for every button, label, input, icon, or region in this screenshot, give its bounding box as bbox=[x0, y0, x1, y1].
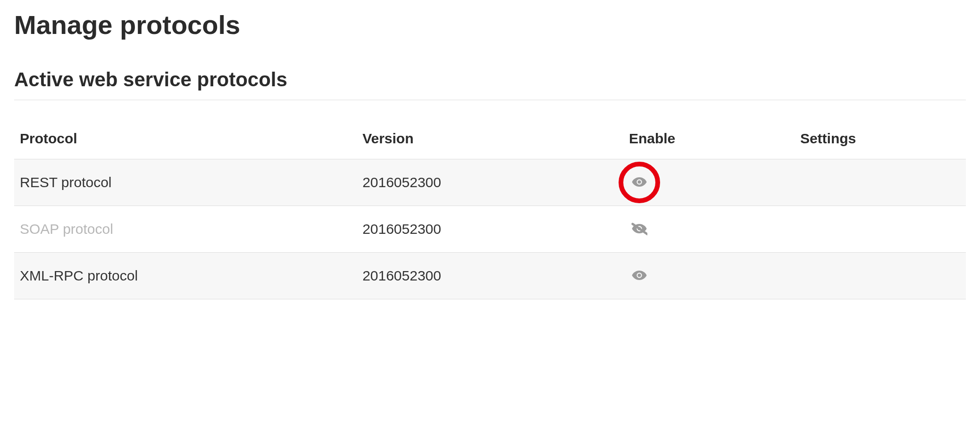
section-title: Active web service protocols bbox=[14, 68, 966, 91]
eye-icon bbox=[631, 267, 647, 283]
table-row: XML-RPC protocol 2016052300 bbox=[14, 253, 966, 299]
protocol-version: 2016052300 bbox=[357, 253, 623, 299]
protocol-version: 2016052300 bbox=[357, 206, 623, 253]
enable-toggle[interactable] bbox=[629, 172, 650, 192]
enable-toggle[interactable] bbox=[629, 218, 650, 239]
table-row: REST protocol 2016052300 bbox=[14, 159, 966, 206]
protocol-name: REST protocol bbox=[14, 159, 357, 206]
enable-toggle[interactable] bbox=[629, 265, 650, 286]
table-header-row: Protocol Version Enable Settings bbox=[14, 124, 966, 159]
protocols-table: Protocol Version Enable Settings REST pr… bbox=[14, 124, 966, 299]
eye-icon bbox=[631, 174, 647, 190]
col-header-protocol: Protocol bbox=[14, 124, 357, 159]
eye-slash-icon bbox=[631, 221, 647, 237]
enable-cell bbox=[623, 159, 795, 206]
col-header-settings: Settings bbox=[795, 124, 966, 159]
protocol-version: 2016052300 bbox=[357, 159, 623, 206]
section-divider bbox=[14, 99, 966, 100]
table-row: SOAP protocol 2016052300 bbox=[14, 206, 966, 253]
settings-cell bbox=[795, 206, 966, 253]
col-header-version: Version bbox=[357, 124, 623, 159]
page-title: Manage protocols bbox=[14, 9, 966, 40]
settings-cell bbox=[795, 253, 966, 299]
settings-cell bbox=[795, 159, 966, 206]
enable-cell bbox=[623, 206, 795, 253]
protocol-name: XML-RPC protocol bbox=[14, 253, 357, 299]
protocol-name: SOAP protocol bbox=[14, 206, 357, 253]
enable-cell bbox=[623, 253, 795, 299]
col-header-enable: Enable bbox=[623, 124, 795, 159]
